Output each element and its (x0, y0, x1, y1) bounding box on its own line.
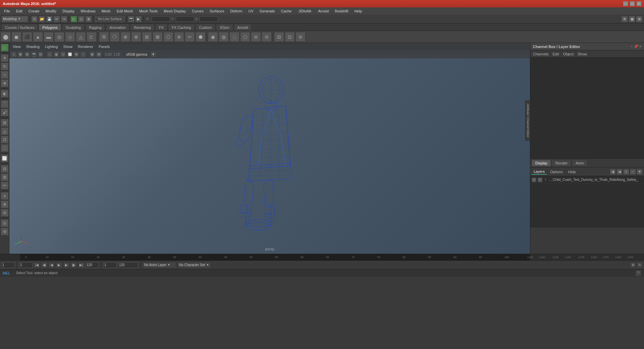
slide-edge-btn[interactable]: ⊘ (1, 209, 9, 217)
shelf-mirror-icon[interactable]: ⊜ (251, 32, 261, 42)
maximize-button[interactable]: □ (630, 1, 635, 6)
timeline-bar[interactable]: 5 10 15 20 25 30 35 40 45 50 55 60 65 70… (20, 254, 530, 260)
shelf-cylinder-icon[interactable]: ⬛ (22, 32, 32, 42)
paint-sel-btn[interactable]: ⊕ (85, 16, 92, 22)
vp-menu-shading[interactable]: Shading (25, 44, 41, 49)
lasso-tool-btn[interactable]: ⌒ (1, 100, 9, 108)
menu-surfaces[interactable]: Surfaces (207, 8, 227, 14)
shelf-tab-rigging[interactable]: Rigging (85, 24, 105, 31)
rotate-tool-btn[interactable]: ↻ (1, 62, 9, 70)
multi-cut-btn[interactable]: ✂ (1, 182, 9, 190)
shelf-tab-fx-caching[interactable]: FX Caching (168, 24, 195, 31)
vp-frame-all-btn[interactable]: ⊞ (17, 51, 23, 57)
shelf-tab-sculpting[interactable]: Sculpting (62, 24, 85, 31)
ch-tab-show[interactable]: Show (578, 52, 587, 56)
layers-subtab-options[interactable]: Options (548, 169, 565, 174)
shelf-pipe-icon[interactable]: ⊏ (87, 32, 97, 42)
shelf-combine-icon[interactable]: ⧉ (99, 32, 109, 42)
shelf-bevel-icon[interactable]: ⊗ (131, 32, 141, 42)
lasso-btn[interactable]: ◻ (78, 16, 85, 22)
scale-tool-btn[interactable]: ⤡ (1, 71, 9, 79)
current-frame-input[interactable]: 1 (1, 262, 15, 268)
coord-y-input[interactable] (176, 16, 194, 22)
layer-item-1[interactable]: V P / …:Child_Crash_Test_Dummy_in_Thule_… (530, 176, 644, 184)
layers-subtab-help[interactable]: Help (566, 169, 578, 174)
menu-arnold[interactable]: Arnold (315, 8, 331, 14)
vp-hud-btn[interactable]: ⊟ (96, 51, 102, 57)
coord-z-input[interactable] (200, 16, 218, 22)
layer-add-btn[interactable]: + (623, 169, 629, 175)
anim-layer-dropdown[interactable]: No Anim Layer ▼ (143, 262, 176, 268)
ch-tab-edit[interactable]: Edit (552, 52, 559, 56)
channel-box-collapse-btn[interactable]: − (631, 45, 633, 48)
bc-settings-btn[interactable]: ⚙ (630, 262, 636, 268)
shelf-wedge-icon[interactable]: ⬟ (196, 32, 206, 42)
snap-view-btn[interactable]: ⬚ (1, 144, 9, 152)
shelf-tab-arnold[interactable]: Arnold (234, 24, 252, 31)
render-region-btn[interactable]: ⬜ (1, 154, 9, 162)
vp-grid-btn[interactable]: ⊞ (89, 51, 95, 57)
shelf-pyramid-icon[interactable]: △ (76, 32, 86, 42)
live-surface-btn[interactable]: No Live Surface (95, 16, 125, 22)
shelf-paint-icon[interactable]: ⊘ (296, 32, 306, 42)
display-layer-btn[interactable]: ⊟ (1, 165, 9, 173)
attribute-editor-side-tab[interactable]: Attribute / Channel Editor (525, 101, 531, 141)
save-btn[interactable]: 💾 (46, 16, 53, 22)
vp-menu-renderer[interactable]: Renderer (76, 44, 95, 49)
prev-key-btn[interactable]: ◀| (41, 262, 47, 268)
layer-prev-btn[interactable]: ◀ (610, 169, 616, 175)
snap-grid-btn[interactable]: ⊞ (1, 119, 9, 127)
shelf-prism-icon[interactable]: ◇ (65, 32, 75, 42)
viewport[interactable]: View Shading Lighting Show Renderer Pane… (9, 43, 530, 254)
undo-btn[interactable]: ↩ (53, 16, 60, 22)
menu-create[interactable]: Create (26, 8, 42, 14)
menu-cache[interactable]: Cache (278, 8, 294, 14)
coord-x-input[interactable] (152, 16, 170, 22)
show-manip-btn[interactable]: ⊞ (1, 173, 9, 181)
vp-gamma-dropdown[interactable]: ▼ (150, 51, 156, 57)
icons-btn[interactable]: ⊞ (636, 16, 643, 22)
vp-point-btn[interactable]: ⊕ (73, 51, 79, 57)
shelf-extrude-icon[interactable]: ⊕ (120, 32, 130, 42)
go-start-btn[interactable]: |◀ (34, 262, 40, 268)
shelf-append-icon[interactable]: ⊠ (153, 32, 163, 42)
shelf-plane-icon[interactable]: ▬ (44, 32, 54, 42)
character-set-dropdown[interactable]: No Character Set ▼ (177, 262, 211, 268)
next-key-btn[interactable]: |▶ (71, 262, 77, 268)
shelf-tab-xgen[interactable]: XGen (216, 24, 233, 31)
viewport-canvas[interactable] (9, 58, 530, 254)
shelf-sphere-icon[interactable]: ⬤ (1, 32, 11, 42)
layer-visibility-v[interactable]: V (532, 178, 536, 182)
shelf-cleanup-icon[interactable]: ⬠ (240, 32, 250, 42)
layer-tab-render[interactable]: Render (552, 160, 571, 166)
menu-edit-mesh[interactable]: Edit Mesh (114, 8, 136, 14)
range-start-input[interactable] (103, 262, 117, 268)
paint-sel-tool-btn[interactable]: 🖌 (1, 108, 9, 116)
shelf-tab-rendering[interactable]: Rendering (130, 24, 155, 31)
close-button[interactable]: × (637, 1, 641, 6)
misc-btn2[interactable]: ⊚ (1, 228, 9, 236)
menu-uv[interactable]: UV (246, 8, 256, 14)
ch-tab-channels[interactable]: Channels (533, 52, 548, 56)
mode-dropdown[interactable]: Modeling ▼ (1, 16, 28, 22)
vp-menu-show[interactable]: Show (62, 44, 74, 49)
new-scene-btn[interactable]: 🗋 (31, 16, 38, 22)
redo-btn[interactable]: ↪ (61, 16, 67, 22)
vp-smooth-btn[interactable]: ◌ (47, 51, 53, 57)
menu-curves[interactable]: Curves (189, 8, 206, 14)
shelf-separate-icon[interactable]: ⧃ (110, 32, 120, 42)
vp-flat-btn[interactable]: ◍ (53, 51, 59, 57)
shelf-cone-icon[interactable]: ▲ (33, 32, 43, 42)
layer-visibility-p[interactable]: P (538, 178, 542, 182)
layers-subtab-layers[interactable]: Layers (532, 169, 547, 174)
shelf-bridge-icon[interactable]: ⊞ (142, 32, 152, 42)
misc-btn1[interactable]: ⊙ (1, 219, 9, 227)
window-controls[interactable]: − □ × (623, 1, 641, 6)
ch-tab-object[interactable]: Object (563, 52, 574, 56)
vp-menu-lighting[interactable]: Lighting (44, 44, 59, 49)
vp-normal-btn[interactable]: ↑ (80, 51, 86, 57)
vp-frame-sel-btn[interactable]: ⊟ (24, 51, 30, 57)
menu-windows[interactable]: Windows (78, 8, 98, 14)
vp-menu-panels[interactable]: Panels (97, 44, 111, 49)
shelf-tab-custom[interactable]: Custom (196, 24, 216, 31)
